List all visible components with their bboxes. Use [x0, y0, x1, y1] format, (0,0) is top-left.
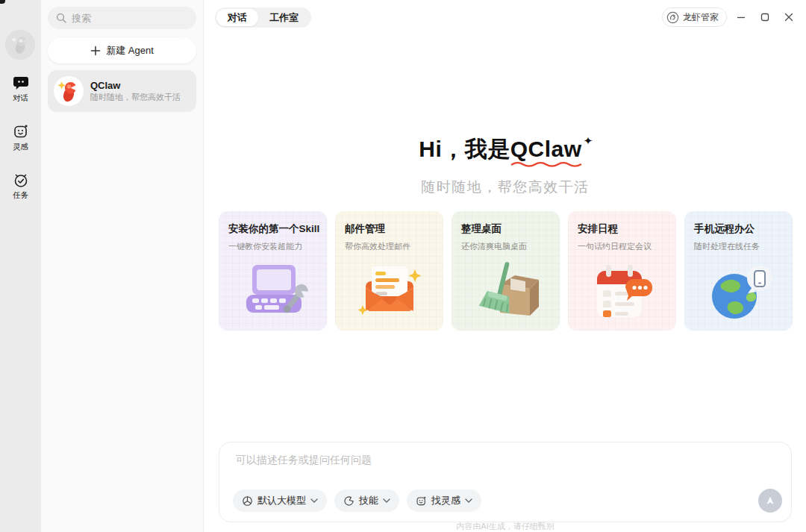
manager-badge[interactable]: 龙虾管家: [662, 7, 727, 27]
rail-item-inspiration[interactable]: 灵感: [13, 123, 29, 152]
rail-nav: 对话 灵感 任务: [0, 75, 41, 201]
search-box[interactable]: [48, 7, 196, 29]
lobster-logo-icon: [666, 11, 679, 24]
hero: Hi，我是QClaw✦ 随时随地，帮您高效干活: [204, 134, 806, 197]
red-wavy-underline: [510, 160, 582, 167]
view-tabbar: 对话 工作室: [215, 7, 311, 28]
icon-rail: 对话 灵感 任务: [0, 0, 41, 532]
message-composer[interactable]: 默认大模型 技能 找灵感: [219, 442, 792, 522]
card-title: 手机远程办公: [694, 222, 783, 236]
laptop-wrench-illustration: [219, 259, 327, 325]
chevron-down-icon: [465, 498, 472, 503]
agent-name: QClaw: [90, 79, 181, 93]
inspiration-face-icon: [13, 123, 29, 140]
card-remote-work[interactable]: 手机远程办公 随时处理在线任务: [684, 211, 793, 331]
agent-sidebar: 新建 Agent QClaw 随时随地，帮您高效干活: [41, 0, 204, 532]
card-schedule[interactable]: 安排日程 一句话约日程定会议: [568, 211, 676, 331]
skill-claw-icon: [343, 495, 354, 507]
inspiration-selector-label: 找灵感: [431, 494, 460, 507]
maximize-icon[interactable]: [755, 7, 775, 27]
card-title: 安装你的第一个Skill: [228, 222, 317, 236]
close-icon[interactable]: [779, 7, 799, 27]
card-subtitle: 随时处理在线任务: [694, 241, 783, 252]
titlebar-right: 龙虾管家: [662, 7, 799, 27]
plus-icon: [90, 46, 101, 56]
sparkle-icon: ✦: [584, 134, 593, 147]
avatar: [54, 76, 84, 106]
task-clock-icon: [13, 172, 29, 188]
chevron-down-icon: [310, 498, 318, 503]
rail-item-tasks[interactable]: 任务: [13, 172, 29, 201]
inspiration-selector[interactable]: 找灵感: [407, 489, 481, 512]
card-title: 整理桌面: [461, 222, 550, 236]
card-subtitle: 一句话约日程定会议: [578, 241, 666, 252]
agent-description: 随时随地，帮您高效干活: [90, 92, 181, 103]
manager-badge-label: 龙虾管家: [683, 11, 719, 24]
card-install-skill[interactable]: 安装你的第一个Skill 一键教你安装超能力: [219, 211, 327, 331]
calendar-chat-illustration: [568, 259, 676, 325]
inspiration-face-icon: [416, 495, 427, 507]
search-input[interactable]: [72, 13, 176, 24]
page-title: Hi，我是QClaw✦: [204, 134, 806, 165]
new-agent-label: 新建 Agent: [106, 44, 154, 57]
envelope-illustration: [335, 259, 443, 325]
app-corner-logo: [0, 0, 5, 4]
lobster-avatar-icon: [56, 78, 81, 104]
rail-item-label: 对话: [13, 93, 28, 104]
rail-item-chat[interactable]: 对话: [13, 75, 29, 104]
model-cube-icon: [242, 495, 253, 507]
card-subtitle: 帮你高效处理邮件: [345, 241, 434, 252]
skills-selector[interactable]: 技能: [334, 489, 399, 512]
card-title: 安排日程: [578, 222, 666, 236]
agent-list-item-qclaw[interactable]: QClaw 随时随地，帮您高效干活: [48, 70, 196, 112]
card-subtitle: 还你清爽电脑桌面: [461, 241, 550, 252]
rail-agent-avatar[interactable]: [5, 30, 35, 60]
new-agent-button[interactable]: 新建 Agent: [48, 38, 196, 63]
send-arrow-icon: [764, 495, 776, 507]
globe-phone-illustration: [684, 259, 793, 325]
model-selector[interactable]: 默认大模型: [233, 489, 327, 512]
chevron-down-icon: [383, 498, 390, 503]
search-icon: [56, 13, 66, 23]
rail-item-label: 任务: [13, 190, 28, 201]
card-subtitle: 一键教你安装超能力: [228, 241, 317, 252]
page-subtitle: 随时随地，帮您高效干活: [204, 178, 806, 197]
model-selector-label: 默认大模型: [257, 494, 306, 507]
message-input[interactable]: [236, 454, 758, 482]
title-prefix: Hi，我是: [419, 137, 510, 161]
card-email[interactable]: 邮件管理 帮你高效处理邮件: [335, 211, 443, 331]
agent-info: QClaw 随时随地，帮您高效干活: [90, 79, 181, 104]
tab-chat[interactable]: 对话: [216, 9, 258, 26]
lobster-avatar-icon: [9, 34, 31, 56]
composer-tools: 默认大模型 技能 找灵感: [233, 489, 481, 512]
ai-disclaimer: 内容由AI生成，请仔细甄别: [219, 521, 792, 532]
tab-workshop[interactable]: 工作室: [258, 9, 310, 26]
rail-item-label: 灵感: [13, 142, 28, 152]
broom-box-illustration: [452, 259, 560, 325]
minimize-icon[interactable]: [731, 7, 751, 27]
chat-bubble-icon: [13, 75, 29, 91]
title-highlight: QClaw: [510, 137, 582, 162]
card-title: 邮件管理: [345, 222, 434, 236]
card-clean-desktop[interactable]: 整理桌面 还你清爽电脑桌面: [452, 211, 560, 331]
skills-selector-label: 技能: [359, 494, 378, 507]
send-button[interactable]: [758, 489, 782, 513]
suggestion-cards: 安装你的第一个Skill 一键教你安装超能力: [219, 211, 793, 331]
main-area: 对话 工作室 龙虾管家 Hi，我是QClaw✦ 随时随地，帮您高效干活 安装你的…: [204, 0, 806, 532]
